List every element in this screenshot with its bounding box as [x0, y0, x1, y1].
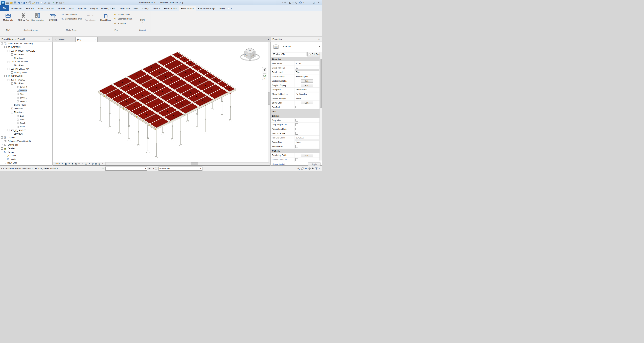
side-extension-button[interactable]: Side extension: [31, 12, 44, 22]
collapse-icon[interactable]: −: [8, 129, 10, 131]
checkbox[interactable]: [296, 123, 298, 126]
steering-wheel-icon[interactable]: [263, 68, 266, 71]
collapse-icon[interactable]: −: [8, 79, 10, 81]
tree-item-elevations[interactable]: +Elevations: [0, 56, 52, 60]
view-tab--3d-[interactable]: {3D}×: [76, 37, 98, 42]
aligned-dimension-button[interactable]: [36, 1, 39, 5]
crop-region-button[interactable]: ▫: [81, 162, 84, 165]
primary-beam-button[interactable]: Primary Beam: [113, 12, 133, 16]
ribbon-tab-massing-site[interactable]: Massing & Site: [100, 6, 117, 11]
filter-icon[interactable]: [315, 167, 318, 170]
section-button[interactable]: [51, 1, 55, 5]
help-button[interactable]: ?: [299, 1, 302, 5]
edit-type-button[interactable]: Edit Type: [308, 52, 321, 57]
ribbon-tab-file[interactable]: File: [0, 5, 9, 11]
select-by-face-icon[interactable]: [308, 167, 311, 170]
ribbon-tab-systems[interactable]: Systems: [56, 6, 67, 11]
collapse-icon[interactable]: −: [11, 82, 13, 85]
select-links-icon[interactable]: [298, 167, 300, 170]
chevron-down-icon[interactable]: ▼: [319, 46, 322, 48]
standard-area-button[interactable]: Standard area: [60, 12, 82, 16]
tree-item-families[interactable]: +Families: [0, 147, 52, 150]
vertical-scrollbar[interactable]: ▲ ▼: [268, 42, 270, 162]
scroll-up-icon[interactable]: ▲: [268, 42, 270, 44]
minimize-button[interactable]: –: [306, 1, 311, 5]
visual-style-button[interactable]: ◧: [64, 162, 68, 165]
secondary-beam-button[interactable]: Secondary Beam: [113, 17, 133, 21]
user-button[interactable]: [288, 1, 292, 5]
checkbox[interactable]: [296, 132, 298, 135]
lock-3d-view-button[interactable]: ◫: [84, 162, 88, 165]
close-icon[interactable]: ×: [318, 38, 320, 40]
navbar-caret-icon[interactable]: ▼: [264, 78, 266, 79]
ribbon-tab-architecture[interactable]: Architecture: [9, 6, 24, 11]
tag-button[interactable]: [40, 1, 43, 5]
tree-item-views-bim-m-standard-[interactable]: −Views (BIM² - M - Standard): [0, 42, 52, 46]
tree-item-site[interactable]: Site: [0, 92, 52, 96]
collapse-icon[interactable]: −: [11, 111, 13, 113]
properties-section-camera[interactable]: Camera: [271, 149, 320, 153]
collapse-icon[interactable]: −: [8, 68, 10, 70]
tree-item-legends[interactable]: +Legends: [0, 136, 52, 140]
expand-icon[interactable]: +: [1, 147, 3, 150]
collapse-chevron-icon[interactable]: ◂: [282, 2, 283, 4]
edit-button[interactable]: Edit...: [301, 154, 313, 157]
view-cube[interactable]: TOP RIGHT BACK: [238, 43, 262, 63]
tree-item-north[interactable]: North: [0, 118, 52, 122]
dropdown-caret-icon[interactable]: ▼: [26, 2, 27, 4]
3d-model-view[interactable]: [53, 42, 268, 162]
switch-windows-button[interactable]: ▼: [228, 6, 232, 11]
tree-item-level-2[interactable]: Level 2: [0, 100, 52, 103]
tree-item-floor-plans[interactable]: −Floor Plans: [0, 82, 52, 85]
save-button[interactable]: [13, 1, 17, 5]
edit-button[interactable]: Edit...: [301, 84, 313, 87]
ribbon-tab-annotate[interactable]: Annotate: [76, 6, 88, 11]
view-selector-combo[interactable]: 3D View: {3D} ▼: [272, 52, 307, 56]
ribbon-tab-precast[interactable]: Precast: [45, 6, 56, 11]
tree-item-elevations[interactable]: −Elevations: [0, 111, 52, 114]
collapse-icon[interactable]: −: [8, 50, 10, 52]
redo-button[interactable]: ▼: [22, 1, 28, 5]
open-button[interactable]: [10, 1, 13, 5]
temporary-hide-isolate-button[interactable]: ◔: [88, 162, 91, 165]
properties-section-extents[interactable]: Extents: [271, 114, 320, 118]
property-value[interactable]: 1 : 50: [295, 62, 319, 65]
user-interface-button[interactable]: [59, 1, 62, 5]
tree-item-150-f-layout[interactable]: −150_F_LAYOUT: [0, 129, 52, 132]
tree-item-east[interactable]: East: [0, 114, 52, 118]
checkbox[interactable]: [296, 128, 298, 130]
properties-section-graphics[interactable]: Graphics: [271, 57, 320, 61]
property-value[interactable]: None: [295, 97, 319, 100]
compensation-area-button[interactable]: Compensation area: [60, 17, 82, 21]
dropdown-caret-icon[interactable]: ▼: [292, 2, 294, 4]
ribbon-tab-view[interactable]: View: [132, 6, 140, 11]
collapse-icon[interactable]: −: [1, 151, 3, 153]
peri-content-button[interactable]: PERI ▼: [136, 12, 149, 23]
collapse-icon[interactable]: −: [1, 43, 3, 45]
closed-room-button[interactable]: Closed Room ▼: [99, 12, 112, 23]
tree-item-revit-links[interactable]: Revit Links: [0, 161, 52, 165]
tree-item-10-formwork[interactable]: −10_FORMWORK: [0, 75, 52, 78]
file-menu-button[interactable]: [6, 1, 9, 5]
expand-icon[interactable]: +: [11, 64, 13, 66]
expand-icon[interactable]: +: [11, 71, 13, 74]
tree-item-floor-plans[interactable]: +Floor Plans: [0, 53, 52, 57]
property-value[interactable]: Fine: [295, 70, 319, 74]
tree-item-drafting-views[interactable]: +Drafting Views: [0, 71, 52, 75]
tree-item-ceiling-plans[interactable]: +Ceiling Plans: [0, 103, 52, 107]
ribbon-tab-modify[interactable]: Modify: [217, 6, 227, 11]
tree-item-080-information[interactable]: −080_INFORMATION: [0, 67, 52, 71]
ribbon-tab-manage[interactable]: Manage: [140, 6, 151, 11]
scrollbar-thumb[interactable]: [320, 59, 322, 108]
measure-button[interactable]: [32, 1, 36, 5]
edit-button[interactable]: Edit...: [301, 101, 313, 104]
tree-item-level-1[interactable]: Level -1: [0, 85, 52, 89]
tree-item-model[interactable]: Model: [0, 157, 52, 161]
expand-icon[interactable]: +: [1, 144, 3, 146]
ribbon-tab-bim-form-slab[interactable]: BIM²form Slab: [179, 6, 196, 11]
close-tab-icon[interactable]: ×: [94, 38, 96, 41]
design-options-icon[interactable]: [155, 167, 158, 170]
property-value[interactable]: None: [295, 140, 319, 144]
tree-item-sheets-all-[interactable]: +Sheets (all): [0, 143, 52, 147]
property-value[interactable]: Show Original: [295, 75, 319, 78]
